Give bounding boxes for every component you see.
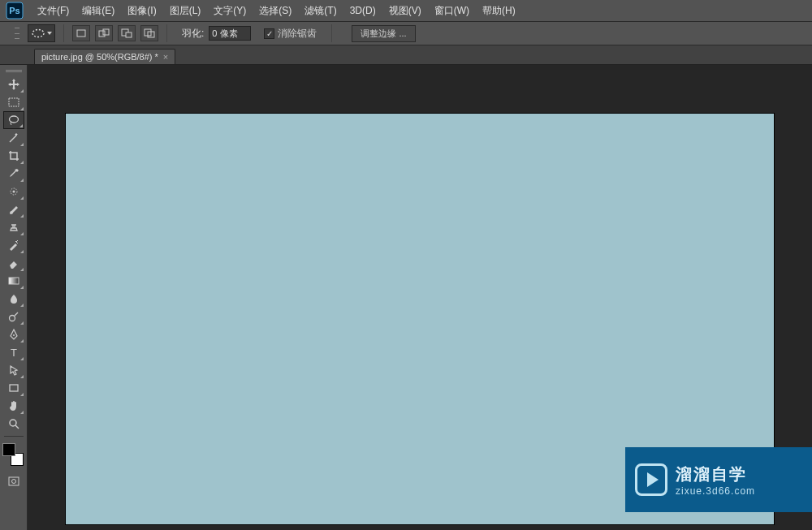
svg-rect-0	[6, 2, 23, 19]
quick-mask-mode[interactable]	[3, 472, 24, 490]
path-selection-tool[interactable]	[3, 361, 24, 379]
canvas-area[interactable]: 溜溜自学 zixue.3d66.com	[28, 65, 812, 530]
svg-rect-14	[9, 278, 19, 284]
horizontal-type-tool[interactable]: T	[3, 343, 24, 361]
magic-wand-tool[interactable]	[3, 129, 24, 147]
antialias-checkbox[interactable]: ✓ 消除锯齿	[264, 27, 317, 41]
svg-point-2	[32, 30, 44, 37]
antialias-label: 消除锯齿	[278, 27, 317, 41]
foreground-color-swatch[interactable]	[2, 443, 15, 456]
svg-point-12	[11, 188, 17, 195]
menu-file[interactable]: 文件(F)	[31, 0, 76, 21]
history-brush-tool[interactable]	[3, 236, 24, 254]
refine-edge-button[interactable]: 调整边缘 ...	[352, 25, 415, 42]
svg-rect-10	[9, 98, 19, 106]
app-logo: Ps	[3, 2, 26, 19]
document-tab[interactable]: picture.jpg @ 50%(RGB/8#) * ×	[34, 49, 175, 64]
selection-mode-subtract[interactable]	[118, 25, 136, 41]
menu-window[interactable]: 窗口(W)	[428, 0, 476, 21]
divider	[63, 24, 64, 42]
svg-rect-9	[148, 32, 154, 37]
rectangle-tool[interactable]	[3, 379, 24, 397]
rectangular-marquee-tool[interactable]	[3, 93, 24, 111]
svg-rect-6	[122, 29, 128, 36]
eraser-tool[interactable]	[3, 254, 24, 272]
feather-input[interactable]: 0 像素	[209, 26, 251, 41]
divider	[166, 24, 167, 42]
move-tool[interactable]	[3, 75, 24, 93]
menu-select[interactable]: 选择(S)	[253, 0, 298, 21]
divider	[331, 24, 332, 42]
eyedropper-tool[interactable]	[3, 165, 24, 183]
options-bar: 羽化: 0 像素 ✓ 消除锯齿 调整边缘 ...	[0, 21, 812, 45]
menu-help[interactable]: 帮助(H)	[476, 0, 522, 21]
close-icon[interactable]: ×	[163, 52, 168, 62]
watermark-overlay: 溜溜自学 zixue.3d66.com	[625, 447, 812, 512]
svg-rect-18	[10, 385, 18, 391]
chevron-down-icon	[47, 32, 52, 35]
brush-tool[interactable]	[3, 200, 24, 218]
svg-rect-7	[126, 32, 132, 37]
current-tool-indicator[interactable]	[28, 24, 55, 42]
pen-tool[interactable]	[3, 325, 24, 343]
svg-rect-20	[9, 477, 19, 485]
color-swatches[interactable]	[2, 443, 25, 466]
work-area: T 溜溜自学 zixue.3d66.com	[0, 65, 812, 530]
svg-point-16	[13, 334, 15, 336]
svg-rect-4	[99, 31, 105, 37]
svg-rect-5	[103, 29, 109, 35]
watermark-title: 溜溜自学	[676, 463, 755, 485]
options-bar-grip[interactable]	[15, 28, 19, 39]
svg-text:Ps: Ps	[9, 6, 19, 15]
menu-image[interactable]: 图像(I)	[121, 0, 162, 21]
menu-type[interactable]: 文字(Y)	[207, 0, 253, 21]
selection-mode-intersect[interactable]	[140, 25, 158, 41]
selection-mode-new[interactable]	[72, 25, 90, 41]
blur-tool[interactable]	[3, 290, 24, 308]
menu-view[interactable]: 视图(V)	[382, 0, 428, 21]
toolbar-grip[interactable]	[6, 70, 22, 72]
svg-point-13	[12, 191, 15, 193]
svg-point-19	[10, 420, 16, 426]
clone-stamp-tool[interactable]	[3, 218, 24, 236]
play-icon	[635, 463, 667, 496]
menu-edit[interactable]: 编辑(E)	[76, 0, 121, 21]
selection-mode-add[interactable]	[95, 25, 113, 41]
menu-bar: Ps 文件(F) 编辑(E) 图像(I) 图层(L) 文字(Y) 选择(S) 滤…	[0, 0, 812, 21]
crop-tool[interactable]	[3, 147, 24, 165]
gradient-tool[interactable]	[3, 272, 24, 290]
dodge-tool[interactable]	[3, 308, 24, 325]
svg-point-21	[11, 480, 15, 484]
svg-point-15	[9, 316, 15, 321]
check-icon: ✓	[264, 28, 274, 39]
zoom-tool[interactable]	[3, 415, 24, 433]
menu-3d[interactable]: 3D(D)	[343, 0, 382, 21]
hand-tool[interactable]	[3, 397, 24, 415]
lasso-tool[interactable]	[3, 111, 24, 129]
svg-rect-3	[77, 30, 85, 37]
feather-label: 羽化:	[182, 27, 204, 41]
svg-point-11	[9, 116, 18, 123]
menu-filter[interactable]: 滤镜(T)	[298, 0, 343, 21]
tools-panel: T	[0, 65, 28, 530]
svg-text:T: T	[11, 347, 17, 359]
watermark-url: zixue.3d66.com	[676, 485, 755, 497]
menu-layer[interactable]: 图层(L)	[163, 0, 208, 21]
svg-rect-8	[145, 29, 151, 36]
document-tab-title: picture.jpg @ 50%(RGB/8#) *	[41, 52, 158, 62]
divider	[4, 436, 24, 437]
spot-healing-brush-tool[interactable]	[3, 183, 24, 200]
document-tab-bar: picture.jpg @ 50%(RGB/8#) * ×	[0, 45, 812, 65]
